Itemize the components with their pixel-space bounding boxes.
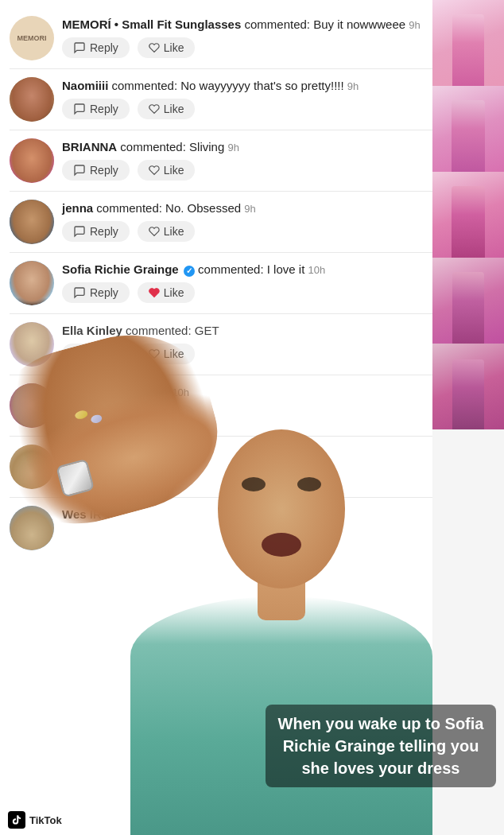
reply-button-2[interactable]: Reply	[62, 99, 130, 119]
comment-text-8: mented: No	[62, 445, 436, 461]
comment-actions-5: Reply Like	[62, 282, 436, 303]
comment-content-6: Ella Kinley commented: GET Reply Like	[62, 322, 436, 364]
comment-time-2: 9h	[347, 80, 359, 92]
comment-time-5: 10h	[308, 264, 325, 276]
thumbnail-3	[432, 172, 504, 258]
reply-button-8[interactable]: ly	[62, 466, 92, 487]
reply-icon-4	[73, 225, 86, 238]
comment-action-5: commented:	[198, 262, 264, 276]
username-6: Ella Kinley	[62, 324, 122, 337]
thumbnail-4	[432, 258, 504, 344]
comment-item-1: MEMORI MEMORÍ • Small Fit Sunglasses com…	[0, 8, 445, 68]
avatar-wes	[10, 506, 54, 550]
avatar-unnamed	[10, 445, 54, 489]
like-icon-5	[149, 287, 160, 298]
comment-text-4: jenna commented: No. Obsessed 9h	[62, 200, 436, 216]
reply-button-7[interactable]: Reply	[62, 405, 130, 425]
like-icon-3	[149, 165, 160, 176]
comment-body-1: Buy it nowwweee	[313, 17, 405, 31]
comment-content-8: mented: No ly Li	[62, 445, 436, 487]
like-button-3[interactable]: Like	[138, 160, 196, 181]
like-button-5[interactable]: Like	[138, 282, 196, 303]
reply-label-6: Reply	[90, 348, 118, 360]
like-icon-2	[149, 103, 160, 115]
comment-body-6: GET	[195, 324, 219, 337]
comment-body-8: No	[108, 446, 123, 460]
comment-actions-1: Reply Like	[62, 37, 436, 58]
avatar-brianna	[10, 138, 54, 183]
avatar-jenna	[10, 200, 54, 244]
like-icon-1	[149, 42, 160, 53]
comment-body-3: Sliving	[189, 140, 224, 153]
reply-label-1: Reply	[90, 41, 118, 54]
like-label-2: Like	[164, 103, 184, 115]
comment-text-7: ha Stephens comm 10h	[62, 383, 436, 400]
comment-text-9: Wes IR	[62, 506, 436, 522]
comment-content-5: Sofia Richie Grainge ✓ commented: I love…	[62, 261, 436, 303]
comment-body-9: IR	[90, 507, 102, 521]
comment-actions-6: Reply Like	[62, 344, 436, 364]
like-label-1: Like	[164, 41, 184, 54]
comment-actions-8: ly Li	[62, 466, 436, 487]
reply-button-6[interactable]: Reply	[62, 344, 130, 364]
avatar-ella	[10, 322, 54, 367]
username-3: BRIANNA	[62, 140, 117, 153]
avatar-naomi	[10, 77, 54, 122]
like-label-4: Like	[164, 225, 184, 238]
screen: MEMORI MEMORÍ • Small Fit Sunglasses com…	[0, 0, 504, 835]
reply-icon-7	[73, 409, 86, 421]
reply-button-1[interactable]: Reply	[62, 37, 130, 58]
reply-button-5[interactable]: Reply	[62, 282, 130, 303]
comment-actions-4: Reply Like	[62, 221, 436, 242]
comment-item-4: jenna commented: No. Obsessed 9h Reply L…	[0, 192, 445, 252]
comment-item-9: Wes IR	[0, 498, 445, 558]
like-button-7[interactable]: Like	[138, 405, 196, 425]
reply-button-3[interactable]: Reply	[62, 160, 130, 181]
reply-label-7: Reply	[90, 409, 118, 421]
tiktok-icon	[11, 814, 22, 825]
comment-body-5: I love it	[267, 262, 305, 276]
comment-content-2: Naomiiii commented: No wayyyyyy that's s…	[62, 77, 436, 119]
username-2: Naomiiii	[62, 79, 108, 92]
username-1: MEMORÍ • Small Fit Sunglasses	[62, 17, 241, 31]
caption-text: When you wake up to Sofia Richie Grainge…	[278, 715, 484, 777]
like-button-4[interactable]: Like	[138, 221, 196, 242]
comment-item-8: mented: No ly Li	[0, 437, 445, 497]
tiktok-watermark: TikTok	[8, 811, 62, 829]
username-9: Wes	[62, 507, 87, 521]
comment-text-3: BRIANNA commented: Sliving 9h	[62, 138, 436, 155]
username-4: jenna	[62, 201, 93, 215]
like-icon-7	[149, 410, 160, 421]
like-button-6[interactable]: Like	[138, 344, 196, 364]
comment-text-1: MEMORÍ • Small Fit Sunglasses commented:…	[62, 16, 436, 33]
comment-action-8: mented:	[62, 446, 108, 460]
username-7: ha Stephens	[62, 385, 133, 398]
reply-icon-3	[73, 164, 86, 177]
comment-content-4: jenna commented: No. Obsessed 9h Reply L…	[62, 200, 436, 242]
caption-overlay: When you wake up to Sofia Richie Grainge…	[266, 705, 496, 787]
thumbnail-1	[432, 0, 504, 86]
like-button-2[interactable]: Like	[138, 99, 196, 119]
comment-body-2: No wayyyyyy that's so pretty!!!!	[180, 79, 343, 92]
like-label-6: Like	[164, 348, 184, 360]
reply-label-5: Reply	[90, 286, 118, 299]
like-label-5: Like	[164, 286, 184, 299]
like-icon-4	[149, 226, 160, 237]
comment-item-6: Ella Kinley commented: GET Reply Like	[0, 314, 445, 375]
avatar-sha	[10, 383, 54, 428]
like-button-8[interactable]: Li	[100, 466, 146, 487]
reply-button-4[interactable]: Reply	[62, 221, 130, 242]
comment-action-3: commented:	[120, 140, 186, 153]
comment-action-7: comm	[136, 385, 169, 398]
username-5: Sofia Richie Grainge	[62, 262, 179, 276]
thumbnail-5	[432, 344, 504, 429]
like-button-1[interactable]: Like	[138, 37, 196, 58]
comment-item-5: Sofia Richie Grainge ✓ commented: I love…	[0, 253, 445, 313]
like-icon-8	[111, 471, 122, 482]
comment-action-1: commented:	[244, 17, 310, 31]
tiktok-label: TikTok	[29, 814, 62, 826]
comment-item-2: Naomiiii commented: No wayyyyyy that's s…	[0, 69, 445, 130]
comment-action-6: commented:	[126, 324, 192, 337]
like-label-7: Like	[164, 409, 184, 421]
comment-time-4: 9h	[244, 203, 255, 215]
